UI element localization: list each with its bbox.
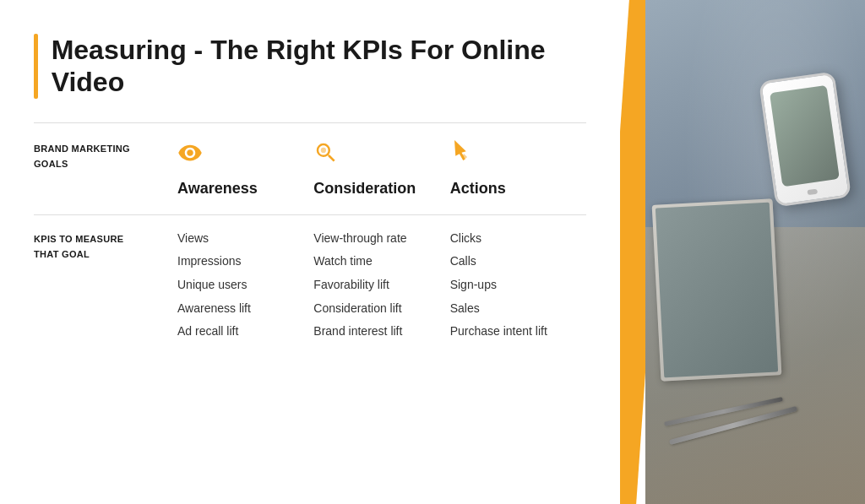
consideration-goal-col: Consideration <box>313 140 449 198</box>
goals-section: BRAND MARKETINGGOALS Awareness <box>34 140 586 198</box>
actions-kpi-col: Clicks Calls Sign-ups Sales Purchase int… <box>450 230 586 340</box>
phone-button <box>807 188 818 195</box>
phone-shape <box>759 71 851 207</box>
laptop-shape <box>652 198 782 381</box>
goals-columns: Awareness Consideration <box>177 140 586 198</box>
photo-area <box>620 0 865 504</box>
actions-title: Actions <box>450 180 506 198</box>
kpis-label-col: KPIs TO MEASURETHAT GOAL <box>34 230 177 340</box>
kpi-calls: Calls <box>450 253 586 270</box>
awareness-title: Awareness <box>177 180 258 198</box>
kpi-awareness-lift: Awareness lift <box>177 301 313 317</box>
slide: Measuring - The Right KPIs For Online Vi… <box>0 0 865 504</box>
photo-content <box>645 0 865 504</box>
kpi-watch-time: Watch time <box>313 253 449 270</box>
kpi-favorability-lift: Favorability lift <box>313 277 449 294</box>
actions-icon <box>450 140 476 171</box>
kpi-impressions: Impressions <box>177 253 313 270</box>
kpi-sales: Sales <box>450 301 586 317</box>
actions-goal-col: Actions <box>450 140 586 198</box>
title-accent-bar <box>34 34 38 99</box>
kpi-ad-recall-lift: Ad recall lift <box>177 323 313 340</box>
goals-label: BRAND MARKETINGGOALS <box>34 144 130 169</box>
title-section: Measuring - The Right KPIs For Online Vi… <box>34 34 586 99</box>
photo-background <box>645 0 865 504</box>
goals-label-col: BRAND MARKETINGGOALS <box>34 140 177 198</box>
kpi-unique-users: Unique users <box>177 277 313 294</box>
kpi-consideration-lift: Consideration lift <box>313 301 449 317</box>
consideration-title: Consideration <box>313 180 416 198</box>
kpis-section: KPIs TO MEASURETHAT GOAL Views Impressio… <box>34 230 586 340</box>
slide-title: Measuring - The Right KPIs For Online Vi… <box>52 34 586 99</box>
kpi-brand-interest-lift: Brand interest lift <box>313 323 449 340</box>
consideration-icon <box>313 140 339 171</box>
svg-point-0 <box>321 148 326 153</box>
kpi-views: Views <box>177 230 313 247</box>
consideration-kpi-col: View-through rate Watch time Favorabilit… <box>313 230 449 340</box>
awareness-kpi-col: Views Impressions Unique users Awareness… <box>177 230 313 340</box>
middle-divider <box>34 214 586 215</box>
top-divider <box>34 122 586 123</box>
kpis-label: KPIs TO MEASURETHAT GOAL <box>34 234 123 259</box>
laptop-screen <box>656 202 778 377</box>
kpis-columns: Views Impressions Unique users Awareness… <box>177 230 586 340</box>
kpi-clicks: Clicks <box>450 230 586 247</box>
awareness-icon <box>177 140 203 171</box>
phone-screen <box>770 84 840 186</box>
awareness-goal-col: Awareness <box>177 140 313 198</box>
kpi-purchase-intent-lift: Purchase intent lift <box>450 323 586 340</box>
kpi-view-through-rate: View-through rate <box>313 230 449 247</box>
kpi-signups: Sign-ups <box>450 277 586 294</box>
content-area: Measuring - The Right KPIs For Online Vi… <box>0 0 620 504</box>
